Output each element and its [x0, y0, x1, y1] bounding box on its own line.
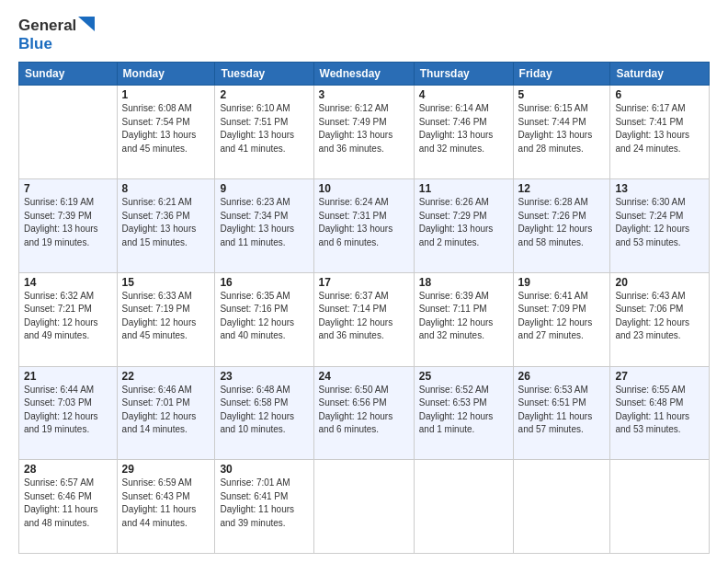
svg-marker-0 — [78, 17, 95, 31]
calendar-cell: 17Sunrise: 6:37 AM Sunset: 7:14 PM Dayli… — [313, 272, 414, 366]
weekday-header-wednesday: Wednesday — [313, 63, 414, 86]
day-info: Sunrise: 6:37 AM Sunset: 7:14 PM Dayligh… — [319, 290, 409, 343]
calendar-table: SundayMondayTuesdayWednesdayThursdayFrid… — [18, 62, 710, 554]
day-info: Sunrise: 6:57 AM Sunset: 6:46 PM Dayligh… — [24, 477, 112, 530]
day-info: Sunrise: 6:43 AM Sunset: 7:06 PM Dayligh… — [615, 290, 704, 343]
day-info: Sunrise: 6:19 AM Sunset: 7:39 PM Dayligh… — [24, 196, 112, 249]
day-info: Sunrise: 6:32 AM Sunset: 7:21 PM Dayligh… — [24, 290, 112, 343]
day-number: 26 — [518, 370, 606, 383]
day-info: Sunrise: 6:24 AM Sunset: 7:31 PM Dayligh… — [319, 196, 409, 249]
day-info: Sunrise: 6:39 AM Sunset: 7:11 PM Dayligh… — [419, 290, 508, 343]
calendar-cell: 13Sunrise: 6:30 AM Sunset: 7:24 PM Dayli… — [610, 179, 710, 273]
day-number: 1 — [122, 88, 210, 101]
calendar-cell: 1Sunrise: 6:08 AM Sunset: 7:54 PM Daylig… — [117, 86, 215, 179]
calendar-cell: 19Sunrise: 6:41 AM Sunset: 7:09 PM Dayli… — [513, 272, 610, 366]
calendar-cell: 15Sunrise: 6:33 AM Sunset: 7:19 PM Dayli… — [117, 272, 215, 366]
day-number: 6 — [615, 88, 704, 101]
weekday-header-sunday: Sunday — [19, 63, 118, 86]
day-number: 5 — [518, 88, 606, 101]
day-number: 13 — [615, 182, 704, 195]
calendar-cell — [610, 460, 710, 554]
day-info: Sunrise: 6:12 AM Sunset: 7:49 PM Dayligh… — [319, 102, 409, 155]
day-number: 29 — [122, 463, 210, 476]
calendar-cell: 28Sunrise: 6:57 AM Sunset: 6:46 PM Dayli… — [19, 460, 118, 554]
calendar-cell: 8Sunrise: 6:21 AM Sunset: 7:36 PM Daylig… — [117, 179, 215, 273]
day-number: 17 — [319, 276, 409, 289]
day-number: 19 — [518, 276, 606, 289]
calendar-cell: 24Sunrise: 6:50 AM Sunset: 6:56 PM Dayli… — [313, 366, 414, 460]
calendar-cell: 20Sunrise: 6:43 AM Sunset: 7:06 PM Dayli… — [610, 272, 710, 366]
day-info: Sunrise: 6:44 AM Sunset: 7:03 PM Dayligh… — [24, 384, 112, 437]
day-number: 2 — [220, 88, 308, 101]
day-number: 25 — [419, 370, 508, 383]
calendar-cell: 3Sunrise: 6:12 AM Sunset: 7:49 PM Daylig… — [313, 86, 414, 179]
calendar-cell: 14Sunrise: 6:32 AM Sunset: 7:21 PM Dayli… — [19, 272, 118, 366]
day-number: 24 — [319, 370, 409, 383]
calendar-cell: 2Sunrise: 6:10 AM Sunset: 7:51 PM Daylig… — [215, 86, 313, 179]
day-number: 20 — [615, 276, 704, 289]
calendar-cell — [313, 460, 414, 554]
calendar-cell: 18Sunrise: 6:39 AM Sunset: 7:11 PM Dayli… — [414, 272, 513, 366]
day-number: 15 — [122, 276, 210, 289]
calendar-cell: 5Sunrise: 6:15 AM Sunset: 7:44 PM Daylig… — [513, 86, 610, 179]
day-info: Sunrise: 6:53 AM Sunset: 6:51 PM Dayligh… — [518, 384, 606, 437]
day-number: 18 — [419, 276, 508, 289]
day-number: 9 — [220, 182, 308, 195]
weekday-header-friday: Friday — [513, 63, 610, 86]
calendar-cell: 9Sunrise: 6:23 AM Sunset: 7:34 PM Daylig… — [215, 179, 313, 273]
day-number: 3 — [319, 88, 409, 101]
calendar-cell: 27Sunrise: 6:55 AM Sunset: 6:48 PM Dayli… — [610, 366, 710, 460]
logo: General Blue — [18, 17, 95, 52]
calendar-cell: 30Sunrise: 7:01 AM Sunset: 6:41 PM Dayli… — [215, 460, 313, 554]
day-info: Sunrise: 6:30 AM Sunset: 7:24 PM Dayligh… — [615, 196, 704, 249]
calendar-cell: 22Sunrise: 6:46 AM Sunset: 7:01 PM Dayli… — [117, 366, 215, 460]
day-number: 14 — [24, 276, 112, 289]
calendar-cell — [414, 460, 513, 554]
calendar-cell: 21Sunrise: 6:44 AM Sunset: 7:03 PM Dayli… — [19, 366, 118, 460]
day-number: 12 — [518, 182, 606, 195]
day-info: Sunrise: 6:23 AM Sunset: 7:34 PM Dayligh… — [220, 196, 308, 249]
weekday-header-tuesday: Tuesday — [215, 63, 313, 86]
calendar-cell: 16Sunrise: 6:35 AM Sunset: 7:16 PM Dayli… — [215, 272, 313, 366]
day-number: 23 — [220, 370, 308, 383]
calendar-cell — [513, 460, 610, 554]
day-info: Sunrise: 6:15 AM Sunset: 7:44 PM Dayligh… — [518, 102, 606, 155]
day-info: Sunrise: 6:35 AM Sunset: 7:16 PM Dayligh… — [220, 290, 308, 343]
day-number: 22 — [122, 370, 210, 383]
calendar-cell: 10Sunrise: 6:24 AM Sunset: 7:31 PM Dayli… — [313, 179, 414, 273]
day-info: Sunrise: 6:10 AM Sunset: 7:51 PM Dayligh… — [220, 102, 308, 155]
calendar-cell: 4Sunrise: 6:14 AM Sunset: 7:46 PM Daylig… — [414, 86, 513, 179]
day-number: 21 — [24, 370, 112, 383]
calendar-cell: 6Sunrise: 6:17 AM Sunset: 7:41 PM Daylig… — [610, 86, 710, 179]
day-number: 11 — [419, 182, 508, 195]
day-number: 16 — [220, 276, 308, 289]
day-info: Sunrise: 6:59 AM Sunset: 6:43 PM Dayligh… — [122, 477, 210, 530]
day-info: Sunrise: 6:33 AM Sunset: 7:19 PM Dayligh… — [122, 290, 210, 343]
day-info: Sunrise: 6:28 AM Sunset: 7:26 PM Dayligh… — [518, 196, 606, 249]
day-info: Sunrise: 6:21 AM Sunset: 7:36 PM Dayligh… — [122, 196, 210, 249]
day-number: 27 — [615, 370, 704, 383]
day-info: Sunrise: 6:55 AM Sunset: 6:48 PM Dayligh… — [615, 384, 704, 437]
weekday-header-saturday: Saturday — [610, 63, 710, 86]
day-info: Sunrise: 6:17 AM Sunset: 7:41 PM Dayligh… — [615, 102, 704, 155]
calendar-cell: 12Sunrise: 6:28 AM Sunset: 7:26 PM Dayli… — [513, 179, 610, 273]
day-number: 10 — [319, 182, 409, 195]
day-info: Sunrise: 7:01 AM Sunset: 6:41 PM Dayligh… — [220, 477, 308, 530]
day-info: Sunrise: 6:41 AM Sunset: 7:09 PM Dayligh… — [518, 290, 606, 343]
day-info: Sunrise: 6:14 AM Sunset: 7:46 PM Dayligh… — [419, 102, 508, 155]
day-info: Sunrise: 6:46 AM Sunset: 7:01 PM Dayligh… — [122, 384, 210, 437]
calendar-cell: 29Sunrise: 6:59 AM Sunset: 6:43 PM Dayli… — [117, 460, 215, 554]
calendar-cell: 7Sunrise: 6:19 AM Sunset: 7:39 PM Daylig… — [19, 179, 118, 273]
day-info: Sunrise: 6:52 AM Sunset: 6:53 PM Dayligh… — [419, 384, 508, 437]
day-info: Sunrise: 6:48 AM Sunset: 6:58 PM Dayligh… — [220, 384, 308, 437]
day-number: 30 — [220, 463, 308, 476]
calendar-cell — [19, 86, 118, 179]
weekday-header-monday: Monday — [117, 63, 215, 86]
day-number: 7 — [24, 182, 112, 195]
calendar-cell: 11Sunrise: 6:26 AM Sunset: 7:29 PM Dayli… — [414, 179, 513, 273]
weekday-header-thursday: Thursday — [414, 63, 513, 86]
day-number: 28 — [24, 463, 112, 476]
calendar-cell: 26Sunrise: 6:53 AM Sunset: 6:51 PM Dayli… — [513, 366, 610, 460]
day-info: Sunrise: 6:26 AM Sunset: 7:29 PM Dayligh… — [419, 196, 508, 249]
day-info: Sunrise: 6:50 AM Sunset: 6:56 PM Dayligh… — [319, 384, 409, 437]
